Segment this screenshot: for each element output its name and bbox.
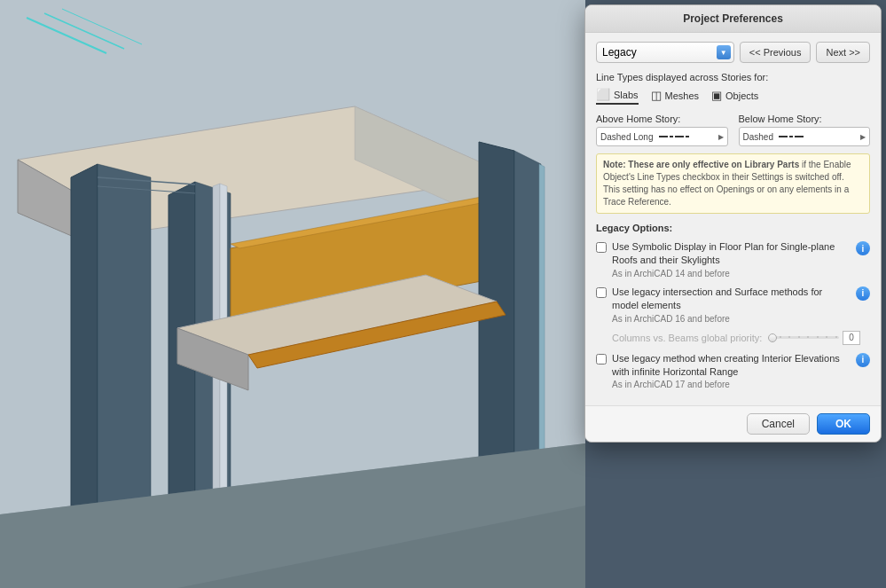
bdash1 <box>779 136 788 137</box>
svg-marker-8 <box>98 164 151 523</box>
below-expand-icon: ▶ <box>860 133 866 141</box>
dash2 <box>670 136 673 137</box>
dash3 <box>675 136 684 137</box>
option-2-title: Use legacy intersection and Surface meth… <box>612 286 851 313</box>
below-home-value: Dashed <box>743 132 773 142</box>
dialog-title: Project Preferences <box>585 5 881 33</box>
previous-button[interactable]: << Previous <box>740 42 812 63</box>
tab-objects-label: Objects <box>725 90 758 101</box>
above-home-select[interactable]: Dashed Long ▶ <box>596 127 728 146</box>
story-row: Above Home Story: Dashed Long ▶ Below Ho… <box>596 114 870 146</box>
below-home-select[interactable]: Dashed ▶ <box>739 127 871 146</box>
above-home-label: Above Home Story: <box>596 114 728 124</box>
dropdown-wrapper: Legacy <box>596 42 734 63</box>
option-2-text-block: Use legacy intersection and Surface meth… <box>612 286 851 324</box>
dash4 <box>686 136 689 137</box>
option-1-checkbox[interactable] <box>596 242 607 253</box>
tab-slabs-label: Slabs <box>614 90 639 100</box>
slabs-icon: ⬜ <box>596 88 610 101</box>
option-2-checkbox[interactable] <box>596 287 607 298</box>
option-3-text-block: Use legacy method when creating Interior… <box>612 352 851 390</box>
option-3-sub: As in ArchiCAD 17 and before <box>612 380 851 389</box>
next-button[interactable]: Next >> <box>816 42 870 63</box>
option-2-sub: As in ArchiCAD 16 and before <box>612 314 851 324</box>
note-prefix: Note: <box>603 160 628 169</box>
option-1-info-button[interactable]: i <box>856 241 870 255</box>
slider-label: Columns vs. Beams global priority: <box>612 333 763 343</box>
option-2-info-button[interactable]: i <box>856 286 870 301</box>
background-scene <box>0 0 585 588</box>
note-emphasis: These are only effective on Library Part… <box>628 160 799 169</box>
tab-meshes[interactable]: ◫ Meshes <box>651 88 700 105</box>
legacy-options-label: Legacy Options: <box>596 223 870 233</box>
meshes-icon: ◫ <box>651 89 662 102</box>
bdash3 <box>795 136 804 137</box>
option-row-2: Use legacy intersection and Surface meth… <box>596 286 870 324</box>
line-types-label: Line Types displayed across Stories for: <box>596 72 870 82</box>
below-home-label: Below Home Story: <box>739 114 871 124</box>
above-home-value: Dashed Long <box>600 132 654 142</box>
slider-value: 0 <box>843 331 860 345</box>
option-row-1: Use Symbolic Display in Floor Plan for S… <box>596 240 870 278</box>
tab-slabs[interactable]: ⬜ Slabs <box>596 88 639 105</box>
bdash2 <box>789 136 793 137</box>
legacy-dropdown[interactable]: Legacy <box>596 42 734 63</box>
option-3-title: Use legacy method when creating Interior… <box>612 352 851 380</box>
slider-row: Columns vs. Beams global priority: <box>596 331 870 345</box>
below-home-dashes <box>779 136 859 137</box>
tabs-row: ⬜ Slabs ◫ Meshes ▣ Objects <box>596 88 870 105</box>
option-1-title: Use Symbolic Display in Floor Plan for S… <box>612 240 851 268</box>
ok-button[interactable]: OK <box>817 413 870 435</box>
above-expand-icon: ▶ <box>718 133 724 141</box>
option-3-info-button[interactable]: i <box>856 353 870 367</box>
below-home-col: Below Home Story: Dashed ▶ <box>739 114 871 146</box>
tab-objects[interactable]: ▣ Objects <box>711 88 758 105</box>
top-controls: Legacy << Previous Next >> <box>596 42 870 63</box>
option-1-text-block: Use Symbolic Display in Floor Plan for S… <box>612 240 851 278</box>
svg-marker-7 <box>71 164 98 528</box>
note-box: Note: These are only effective on Librar… <box>596 153 870 214</box>
cancel-button[interactable]: Cancel <box>747 413 810 435</box>
project-preferences-dialog: Project Preferences Legacy << Previous N… <box>584 4 882 443</box>
dialog-footer: Cancel OK <box>585 405 881 442</box>
option-1-sub: As in ArchiCAD 14 and before <box>612 269 851 278</box>
above-home-col: Above Home Story: Dashed Long ▶ <box>596 114 728 146</box>
objects-icon: ▣ <box>711 89 722 102</box>
option-row-3: Use legacy method when creating Interior… <box>596 352 870 390</box>
above-home-dashes <box>659 136 717 137</box>
dash1 <box>659 136 668 137</box>
option-3-checkbox[interactable] <box>596 354 607 365</box>
tab-meshes-label: Meshes <box>665 90 700 101</box>
